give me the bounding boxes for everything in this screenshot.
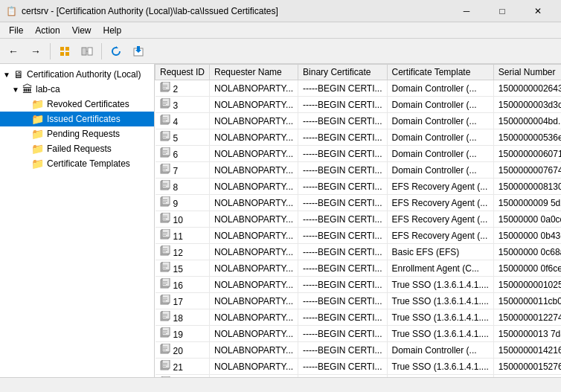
- minimize-button[interactable]: ─: [449, 0, 484, 22]
- svg-rect-31: [163, 134, 167, 135]
- svg-rect-55: [163, 199, 167, 200]
- svg-rect-117: [163, 366, 166, 367]
- sidebar-ca[interactable]: ▼ 🏛 lab-ca: [0, 82, 154, 97]
- svg-rect-21: [163, 104, 166, 105]
- svg-rect-30: [162, 131, 170, 139]
- cell-serial: 1500000007674: [493, 162, 561, 179]
- cell-serial: 1500000003d3c: [493, 97, 561, 113]
- col-request-id[interactable]: Request ID: [156, 65, 210, 80]
- col-cert-template[interactable]: Certificate Template: [387, 65, 493, 80]
- svg-rect-48: [162, 180, 170, 188]
- menu-item-action[interactable]: Action: [29, 24, 65, 37]
- table-row[interactable]: 10NOLABNOPARTY...-----BEGIN CERTI...EFS …: [156, 211, 562, 228]
- title-bar-left: 📋 certsrv - [Certification Authority (Lo…: [6, 6, 278, 16]
- table-row[interactable]: 9NOLABNOPARTY...-----BEGIN CERTI...EFS R…: [156, 195, 562, 211]
- col-serial-number[interactable]: Serial Number: [493, 65, 561, 80]
- col-binary-cert[interactable]: Binary Certificate: [298, 65, 387, 80]
- table-row[interactable]: 19NOLABNOPARTY...-----BEGIN CERTI...True…: [156, 326, 562, 342]
- table-row[interactable]: 8NOLABNOPARTY...-----BEGIN CERTI...EFS R…: [156, 179, 562, 195]
- table-row[interactable]: 20NOLABNOPARTY...-----BEGIN CERTI...Doma…: [156, 342, 562, 359]
- folder-revoked-icon: 📁: [31, 98, 44, 110]
- table-row[interactable]: 2NOLABNOPARTY...-----BEGIN CERTI...Domai…: [156, 80, 562, 97]
- forward-button[interactable]: →: [25, 41, 46, 62]
- cell-request-id: 19: [156, 326, 210, 342]
- templates-chevron: [21, 160, 30, 168]
- main-area: ▼ 🖥 Certification Authority (Local) ▼ 🏛 …: [0, 64, 561, 377]
- up-button[interactable]: [54, 41, 75, 62]
- maximize-button[interactable]: □: [485, 0, 519, 22]
- show-hide-button[interactable]: [77, 41, 97, 62]
- ca-chevron: ▼: [12, 86, 21, 94]
- col-requester-name[interactable]: Requester Name: [210, 65, 298, 80]
- table-row[interactable]: 22NOLABNOPARTY...-----BEGIN CERTI...True…: [156, 375, 562, 378]
- cell-binary: -----BEGIN CERTI...: [298, 162, 387, 179]
- sidebar-item-issued[interactable]: 📁 Issued Certificates: [0, 112, 154, 126]
- refresh-button[interactable]: [106, 41, 126, 62]
- menu-item-help[interactable]: Help: [97, 24, 128, 37]
- sidebar-item-pending[interactable]: 📁 Pending Requests: [0, 126, 154, 141]
- sidebar-item-revoked[interactable]: 📁 Revoked Certificates: [0, 97, 154, 112]
- cert-row-icon: [160, 213, 170, 223]
- title-bar: 📋 certsrv - [Certification Authority (Lo…: [0, 0, 561, 22]
- table-row[interactable]: 6NOLABNOPARTY...-----BEGIN CERTI...Domai…: [156, 146, 562, 162]
- cell-template: True SSO (1.3.6.1.4.1....: [387, 277, 493, 293]
- sidebar-item-templates[interactable]: 📁 Certificate Templates: [0, 156, 154, 171]
- svg-rect-37: [163, 150, 167, 151]
- ca-icon: 🏛: [22, 83, 33, 95]
- cell-request-id: 3: [156, 97, 210, 113]
- cell-request-id: 8: [156, 179, 210, 195]
- computer-icon: 🖥: [13, 68, 24, 80]
- pending-chevron: [21, 130, 30, 138]
- cell-requester: NOLABNOPARTY...: [210, 359, 298, 375]
- cell-binary: -----BEGIN CERTI...: [298, 359, 387, 375]
- cert-row-icon: [160, 164, 170, 174]
- revoked-chevron: [21, 100, 30, 109]
- back-button[interactable]: ←: [3, 41, 24, 62]
- cell-template: Enrollment Agent (C...: [387, 260, 493, 277]
- table-row[interactable]: 3NOLABNOPARTY...-----BEGIN CERTI...Domai…: [156, 97, 562, 113]
- table-row[interactable]: 21NOLABNOPARTY...-----BEGIN CERTI...True…: [156, 359, 562, 375]
- cell-binary: -----BEGIN CERTI...: [298, 342, 387, 359]
- svg-rect-85: [163, 281, 167, 282]
- cell-template: Domain Controller (...: [387, 146, 493, 162]
- cell-requester: NOLABNOPARTY...: [210, 146, 298, 162]
- menu-item-view[interactable]: View: [66, 24, 97, 37]
- svg-rect-105: [163, 333, 166, 334]
- svg-rect-102: [162, 327, 170, 335]
- svg-rect-108: [162, 344, 170, 352]
- cell-request-id: 22: [156, 375, 210, 378]
- svg-rect-114: [162, 360, 170, 368]
- table-row[interactable]: 16NOLABNOPARTY...-----BEGIN CERTI...True…: [156, 277, 562, 293]
- svg-rect-57: [163, 202, 166, 203]
- cell-serial: 1500000002643: [493, 80, 561, 97]
- cell-template: Domain Controller (...: [387, 80, 493, 97]
- table-row[interactable]: 4NOLABNOPARTY...-----BEGIN CERTI...Domai…: [156, 113, 562, 129]
- cert-row-icon: [160, 327, 170, 338]
- table-row[interactable]: 12NOLABNOPARTY...-----BEGIN CERTI...Basi…: [156, 244, 562, 260]
- cell-template: True SSO (1.3.6.1.4.1....: [387, 326, 493, 342]
- table-row[interactable]: 5NOLABNOPARTY...-----BEGIN CERTI...Domai…: [156, 129, 562, 146]
- menu-item-file[interactable]: File: [3, 24, 29, 37]
- cell-request-id: 15: [156, 260, 210, 277]
- folder-templates-icon: 📁: [31, 158, 44, 170]
- sidebar-root[interactable]: ▼ 🖥 Certification Authority (Local): [0, 67, 154, 82]
- cell-binary: -----BEGIN CERTI...: [298, 97, 387, 113]
- table-row[interactable]: 15NOLABNOPARTY...-----BEGIN CERTI...Enro…: [156, 260, 562, 277]
- export-button[interactable]: [128, 41, 149, 62]
- table-row[interactable]: 11NOLABNOPARTY...-----BEGIN CERTI...EFS …: [156, 228, 562, 244]
- svg-rect-19: [163, 101, 167, 102]
- close-button[interactable]: ✕: [521, 0, 555, 22]
- table-row[interactable]: 7NOLABNOPARTY...-----BEGIN CERTI...Domai…: [156, 162, 562, 179]
- sidebar-item-issued-label: Issued Certificates: [47, 114, 121, 124]
- cell-template: Domain Controller (...: [387, 97, 493, 113]
- svg-rect-38: [163, 152, 167, 152]
- sidebar-item-failed-label: Failed Requests: [47, 144, 112, 154]
- cell-serial: 15000000 0f6ce: [493, 260, 561, 277]
- cell-request-id: 17: [156, 293, 210, 309]
- table-row[interactable]: 18NOLABNOPARTY...-----BEGIN CERTI...True…: [156, 309, 562, 326]
- cell-request-id: 9: [156, 195, 210, 211]
- cert-row-icon: [160, 131, 170, 141]
- sidebar-item-failed[interactable]: 📁 Failed Requests: [0, 141, 154, 156]
- table-row[interactable]: 17NOLABNOPARTY...-----BEGIN CERTI...True…: [156, 293, 562, 309]
- cell-requester: NOLABNOPARTY...: [210, 342, 298, 359]
